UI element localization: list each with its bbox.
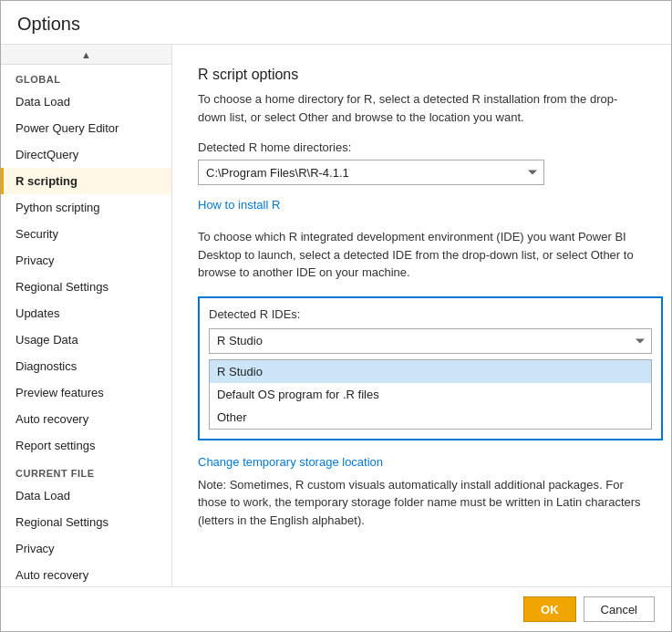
home-dir-label: Detected R home directories: xyxy=(198,140,646,154)
sidebar-item-preview-features[interactable]: Preview features xyxy=(1,379,171,406)
ide-option-rstudio[interactable]: R Studio xyxy=(210,360,651,383)
options-dialog: Options ▲ GLOBAL Data Load Power Query E… xyxy=(0,0,672,632)
sidebar-item-power-query-editor[interactable]: Power Query Editor xyxy=(1,115,171,141)
section-title: R script options xyxy=(198,67,646,83)
sidebar-item-diagnostics[interactable]: Diagnostics xyxy=(1,353,171,379)
sidebar-item-data-load[interactable]: Data Load xyxy=(1,88,171,115)
dialog-title: Options xyxy=(1,1,671,45)
note-text: Note: Sometimes, R custom visuals automa… xyxy=(198,476,646,530)
home-dir-select-wrapper: C:\Program Files\R\R-4.1.1Other xyxy=(198,160,544,185)
home-dir-select[interactable]: C:\Program Files\R\R-4.1.1Other xyxy=(198,160,544,185)
sidebar-item-cf-regional-settings[interactable]: Regional Settings xyxy=(1,509,171,535)
sidebar: ▲ GLOBAL Data Load Power Query Editor Di… xyxy=(1,45,172,586)
sidebar-item-cf-data-load[interactable]: Data Load xyxy=(1,482,171,509)
section-desc: To choose a home directory for R, select… xyxy=(198,90,646,126)
dialog-footer: OK Cancel xyxy=(1,586,671,631)
sidebar-item-updates[interactable]: Updates xyxy=(1,300,171,326)
ok-button[interactable]: OK xyxy=(523,596,576,622)
sidebar-item-python-scripting[interactable]: Python scripting xyxy=(1,194,171,221)
sidebar-scroll-up[interactable]: ▲ xyxy=(1,45,171,65)
global-section-label: GLOBAL xyxy=(1,65,171,88)
ide-option-default-os[interactable]: Default OS program for .R files xyxy=(210,383,651,406)
sidebar-item-security[interactable]: Security xyxy=(1,221,171,247)
ide-box: Detected R IDEs: R Studio Default OS pro… xyxy=(198,296,663,440)
ide-desc: To choose which R integrated development… xyxy=(198,228,646,282)
sidebar-item-directquery[interactable]: DirectQuery xyxy=(1,141,171,168)
ide-box-label: Detected R IDEs: xyxy=(209,307,652,321)
sidebar-item-cf-auto-recovery[interactable]: Auto recovery xyxy=(1,562,171,586)
storage-link[interactable]: Change temporary storage location xyxy=(198,455,383,469)
sidebar-item-regional-settings[interactable]: Regional Settings xyxy=(1,274,171,300)
sidebar-item-cf-privacy[interactable]: Privacy xyxy=(1,535,171,562)
dialog-body: ▲ GLOBAL Data Load Power Query Editor Di… xyxy=(1,45,671,586)
ide-option-other[interactable]: Other xyxy=(210,406,651,429)
how-to-install-link[interactable]: How to install R xyxy=(198,198,280,212)
ide-select-wrapper: R Studio Default OS program for .R files… xyxy=(209,328,652,354)
cancel-button[interactable]: Cancel xyxy=(584,596,655,622)
ide-dropdown-options: R Studio Default OS program for .R files… xyxy=(209,359,652,430)
sidebar-item-privacy[interactable]: Privacy xyxy=(1,247,171,274)
sidebar-item-usage-data[interactable]: Usage Data xyxy=(1,326,171,353)
sidebar-item-auto-recovery[interactable]: Auto recovery xyxy=(1,406,171,432)
sidebar-item-r-scripting[interactable]: R scripting xyxy=(1,168,171,194)
sidebar-item-report-settings[interactable]: Report settings xyxy=(1,432,171,459)
main-content: R script options To choose a home direct… xyxy=(172,45,671,586)
current-file-section-label: CURRENT FILE xyxy=(1,459,171,482)
ide-select[interactable]: R Studio Default OS program for .R files… xyxy=(209,328,652,354)
